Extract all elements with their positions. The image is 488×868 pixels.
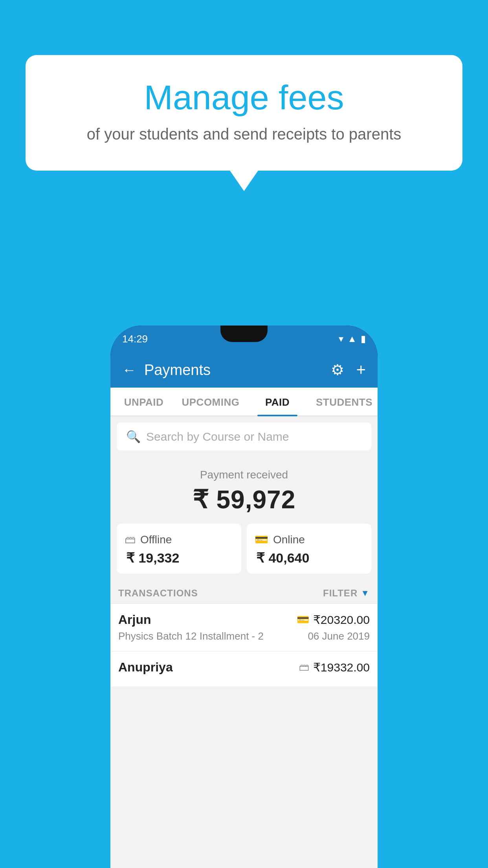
- status-icons: ▾ ▲ ▮: [339, 333, 366, 344]
- transaction-name-1: Arjun: [118, 612, 151, 627]
- online-card-top: 💳 Online: [255, 533, 363, 546]
- phone-notch: [220, 326, 268, 342]
- transaction-course-1: Physics Batch 12 Installment - 2: [118, 630, 264, 642]
- transaction-amount-2: 🗃 ₹19332.00: [299, 660, 370, 674]
- app-body: 🔍 Search by Course or Name Payment recei…: [110, 416, 378, 868]
- transaction-row[interactable]: Arjun 💳 ₹20320.00 Physics Batch 12 Insta…: [110, 603, 378, 651]
- transaction-row[interactable]: Anupriya 🗃 ₹19332.00: [110, 651, 378, 686]
- offline-payment-card: 🗃 Offline ₹ 19,332: [117, 524, 241, 574]
- offline-amount: ₹ 19,332: [125, 550, 233, 566]
- tab-unpaid[interactable]: UNPAID: [110, 388, 177, 416]
- search-icon: 🔍: [126, 430, 141, 443]
- payment-cards: 🗃 Offline ₹ 19,332 💳 Online ₹ 40,640: [110, 524, 378, 581]
- payment-type-icon-1: 💳: [297, 614, 309, 626]
- tab-upcoming[interactable]: UPCOMING: [177, 388, 244, 416]
- transactions-header: TRANSACTIONS FILTER ▼: [110, 581, 378, 603]
- transaction-name-2: Anupriya: [118, 660, 173, 675]
- speech-bubble: Manage fees of your students and send re…: [26, 55, 462, 171]
- transaction-main-2: Anupriya 🗃 ₹19332.00: [118, 660, 370, 675]
- search-input[interactable]: Search by Course or Name: [146, 430, 289, 443]
- header-title: Payments: [144, 362, 323, 379]
- online-label: Online: [273, 533, 305, 546]
- online-amount: ₹ 40,640: [255, 550, 363, 566]
- online-payment-card: 💳 Online ₹ 40,640: [247, 524, 371, 574]
- offline-card-top: 🗃 Offline: [125, 533, 233, 546]
- search-bar[interactable]: 🔍 Search by Course or Name: [117, 423, 371, 451]
- add-button[interactable]: +: [356, 360, 366, 379]
- payment-received-label: Payment received: [118, 469, 370, 481]
- speech-bubble-container: Manage fees of your students and send re…: [26, 55, 462, 171]
- signal-icon: ▲: [347, 333, 357, 344]
- transaction-amount-1: 💳 ₹20320.00: [297, 613, 370, 627]
- settings-button[interactable]: ⚙: [331, 361, 344, 379]
- back-button[interactable]: ←: [122, 362, 136, 378]
- tab-paid[interactable]: PAID: [244, 388, 311, 416]
- filter-icon: ▼: [361, 588, 370, 598]
- transaction-date-1: 06 June 2019: [308, 630, 370, 642]
- payment-summary: Payment received ₹ 59,972: [110, 457, 378, 524]
- filter-button[interactable]: FILTER ▼: [323, 588, 370, 599]
- offline-label: Offline: [140, 533, 172, 546]
- tabs-bar: UNPAID UPCOMING PAID STUDENTS: [110, 388, 378, 416]
- phone-frame: 14:29 ▾ ▲ ▮ ← Payments ⚙ + UNPAID UPCOMI…: [110, 326, 378, 868]
- transactions-label: TRANSACTIONS: [118, 588, 198, 599]
- bubble-title: Manage fees: [57, 79, 431, 117]
- offline-icon: 🗃: [125, 533, 136, 546]
- app-header: ← Payments ⚙ +: [110, 352, 378, 388]
- online-icon: 💳: [255, 533, 268, 546]
- wifi-icon: ▾: [339, 333, 343, 344]
- status-time: 14:29: [122, 333, 148, 345]
- payment-total-amount: ₹ 59,972: [118, 485, 370, 514]
- transaction-main-1: Arjun 💳 ₹20320.00: [118, 612, 370, 627]
- transaction-sub-1: Physics Batch 12 Installment - 2 06 June…: [118, 630, 370, 642]
- bubble-subtitle: of your students and send receipts to pa…: [57, 125, 431, 143]
- status-bar: 14:29 ▾ ▲ ▮: [110, 326, 378, 352]
- tab-students[interactable]: STUDENTS: [311, 388, 378, 416]
- payment-type-icon-2: 🗃: [299, 661, 309, 673]
- battery-icon: ▮: [361, 333, 366, 344]
